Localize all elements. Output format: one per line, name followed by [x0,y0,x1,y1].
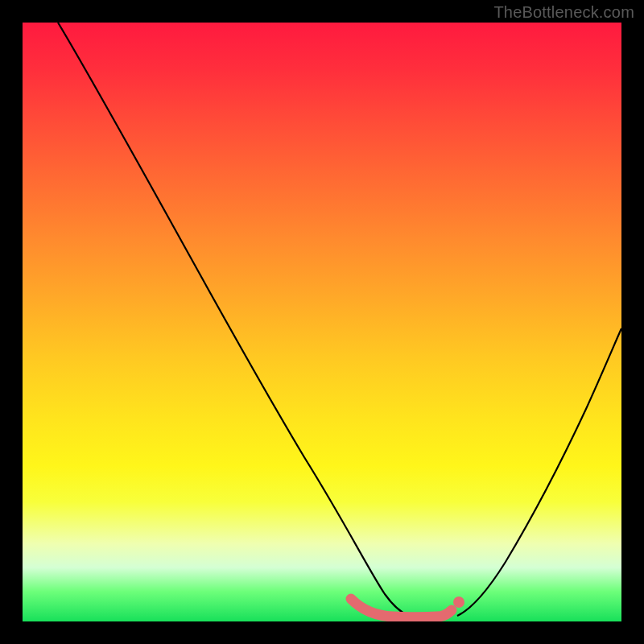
left-curve [58,23,409,616]
marker-dot [453,597,464,608]
marker-band [351,599,452,617]
watermark-text: TheBottleneck.com [493,3,634,22]
plot-area [23,23,621,621]
right-curve [457,328,621,616]
chart-frame: TheBottleneck.com [0,0,644,644]
curve-layer [23,23,621,621]
